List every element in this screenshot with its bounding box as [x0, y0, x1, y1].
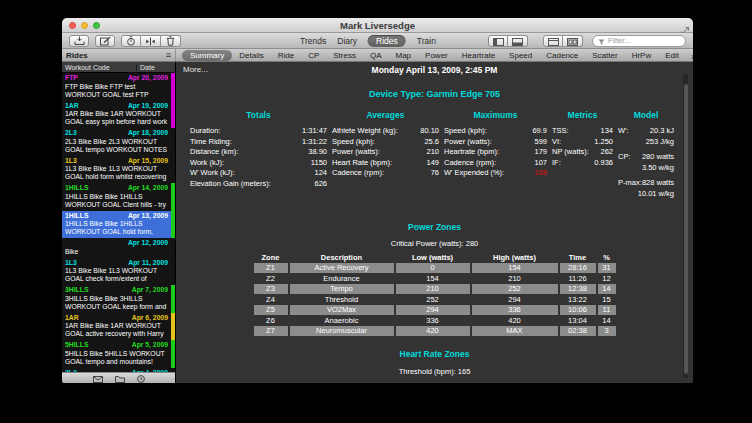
ride-list-item[interactable]: FTPApr 20, 2009FTP Bike Bike FTP test WO…	[62, 73, 175, 101]
tiled-view-button[interactable]	[563, 35, 583, 47]
stat-value: 253 J/kg	[646, 137, 674, 148]
chart-tab-summary[interactable]: Summary	[182, 50, 232, 61]
stat-value: 108	[534, 168, 547, 179]
zone-cell: Z5	[254, 305, 288, 315]
more-link[interactable]: More...	[183, 65, 208, 74]
ride-list-item[interactable]: 2L3Apr 4, 20092L3 Bike Bike 2L3 WORKOUT …	[62, 368, 175, 373]
layout-style-group	[543, 35, 583, 47]
ride-summary-panel: More... Monday April 13, 2009, 2:45 PM D…	[176, 62, 693, 383]
scrollbar-thumb[interactable]	[684, 84, 688, 374]
chart-tab-cp[interactable]: CP	[301, 51, 326, 60]
sidebar-bottom-icon	[512, 32, 523, 50]
chart-menu-icon[interactable]: ≡	[691, 52, 693, 62]
zone-column-header: Low (watts)	[396, 253, 470, 262]
ride-list-item[interactable]: 5HILLSApr 5, 20095HILLS Bike 5HILLS WORK…	[62, 340, 175, 368]
device-type: Device Type: Garmin Edge 705	[176, 89, 693, 99]
stat-row: P-max:828 watts	[618, 178, 674, 189]
zoom-button[interactable]	[93, 22, 100, 29]
ride-description: 1L3 Bike Bike 1L3 WORKOUT GOAL hold form…	[65, 165, 168, 181]
zone-row: Z1Active Recovery015428:1631	[254, 263, 616, 273]
main-scrollbar	[683, 74, 688, 378]
mode-tab-rides[interactable]: Rides	[368, 35, 406, 47]
edit-ride-button[interactable]	[95, 35, 115, 47]
hr-threshold-value: Threshold (bpm): 165	[176, 367, 693, 376]
mode-tab-trends[interactable]: Trends	[300, 36, 326, 46]
chart-tab-stress[interactable]: Stress	[326, 51, 363, 60]
chart-tab-hrpw[interactable]: HrPw	[625, 51, 659, 60]
chart-tab-heartrate[interactable]: Heartrate	[455, 51, 502, 60]
ride-description: 1AR Bike Bike 1AR WORKOUT GOAL active re…	[65, 322, 168, 338]
ride-list-item[interactable]: 1HILLSApr 13, 20091HILLS Bike Bike 1HILL…	[62, 211, 175, 239]
download-button[interactable]	[69, 35, 89, 47]
summary-column-model: ModelW':20.3 kJ253 J/kgCP:280 watts3.50 …	[618, 110, 674, 204]
zone-cell: 31	[598, 263, 616, 273]
stat-value: 280 watts	[642, 152, 674, 163]
section-title: Averages	[332, 110, 439, 120]
minimize-button[interactable]	[81, 22, 88, 29]
ride-date: Apr 13, 2009	[128, 212, 168, 221]
zone-cell: Endurance	[290, 274, 394, 284]
chart-tab-details[interactable]: Details	[232, 51, 270, 60]
summary-column-totals: TotalsDuration:1:31:47Time Riding:1:31:2…	[190, 110, 327, 204]
column-header-workout-code[interactable]: Workout Code	[62, 64, 137, 71]
chart-tab-qa[interactable]: QA	[363, 51, 389, 60]
stat-label: Power (watts):	[332, 147, 380, 158]
zone-cell: 13:04	[560, 316, 596, 326]
chart-tab-edit[interactable]: Edit	[658, 51, 686, 60]
ride-list-item[interactable]: Apr 12, 2009Bike	[62, 238, 175, 258]
ride-list-item[interactable]: 2L3Apr 18, 20092L3 Bike Bike 2L3 WORKOUT…	[62, 128, 175, 156]
main-toolbar: TrendsDiaryRidesTrain Filte	[62, 33, 693, 49]
stat-row: Work (kJ):1150	[190, 158, 327, 169]
ride-list-item[interactable]: 1ARApr 19, 20091AR Bike Bike 1AR WORKOUT…	[62, 101, 175, 129]
filter-field[interactable]: Filter...	[592, 35, 686, 47]
intervals-button[interactable]	[121, 35, 141, 47]
stat-row: IF:0.936	[552, 158, 613, 169]
zone-cell: 28:16	[560, 263, 596, 273]
zone-column-header: %	[598, 253, 616, 262]
chart-tabs: SummaryDetailsRideCPStressQAMapPowerHear…	[176, 50, 686, 61]
zone-cell: Z3	[254, 284, 288, 294]
ride-date: Apr 19, 2009	[128, 102, 168, 111]
ride-date: Apr 11, 2009	[128, 259, 168, 268]
stat-value: 124	[314, 168, 327, 179]
filter-placeholder: Filter...	[608, 36, 631, 45]
toggle-sidebar-button[interactable]	[488, 35, 508, 47]
mode-tab-train[interactable]: Train	[417, 36, 436, 46]
zone-cell: 154	[472, 263, 558, 273]
ride-list-item[interactable]: 1HILLSApr 14, 20091HILLS Bike Bike 1HILL…	[62, 183, 175, 211]
chart-tab-scatter[interactable]: Scatter	[585, 51, 624, 60]
sidebar-menu-icon[interactable]: ≡	[166, 51, 171, 60]
zone-cell: Z7	[254, 326, 288, 336]
section-title: Model	[618, 110, 674, 120]
close-button[interactable]	[69, 22, 76, 29]
chart-tab-speed[interactable]: Speed	[502, 51, 539, 60]
chart-tab-cadence[interactable]: Cadence	[539, 51, 585, 60]
delete-ride-button[interactable]	[161, 35, 181, 47]
ride-list-item[interactable]: 3HILLSApr 7, 20093HILLS Bike Bike 3HILLS…	[62, 285, 175, 313]
ride-list-item[interactable]: 1L3Apr 11, 20091L3 Bike Bike 1L3 WORKOUT…	[62, 258, 175, 286]
ride-color-bar	[171, 313, 175, 341]
toggle-bottombar-button[interactable]	[508, 35, 528, 47]
split-ride-button[interactable]	[141, 35, 161, 47]
chart-tab-power[interactable]: Power	[418, 51, 455, 60]
ride-list-item[interactable]: 1ARApr 6, 20091AR Bike Bike 1AR WORKOUT …	[62, 313, 175, 341]
ride-description: 5HILLS Bike 5HILLS WORKOUT GOAL tempo an…	[65, 350, 168, 366]
chart-tab-ride[interactable]: Ride	[271, 51, 301, 60]
ride-color-bar	[171, 285, 175, 313]
chart-tab-map[interactable]: Map	[389, 51, 419, 60]
ride-list-item[interactable]: 1L3Apr 15, 20091L3 Bike Bike 1L3 WORKOUT…	[62, 156, 175, 184]
mode-tab-diary[interactable]: Diary	[337, 36, 357, 46]
app-window: Mark Liversedge TrendsDiaryRidesTrain	[62, 18, 693, 383]
stat-row: Elevation Gain (meters):626	[190, 179, 327, 190]
column-header-date[interactable]: Date	[137, 64, 175, 71]
tabbed-view-button[interactable]	[543, 35, 563, 47]
ride-date: Apr 5, 2009	[132, 341, 168, 350]
stat-row: TSS:134	[552, 126, 613, 137]
stat-label: W' Work (kJ):	[190, 168, 235, 179]
zone-cell: Z4	[254, 295, 288, 305]
critical-power-value: Critical Power (watts): 280	[176, 239, 693, 248]
stat-row: W':20.3 kJ	[618, 126, 674, 137]
zone-cell: Z2	[254, 274, 288, 284]
zone-cell: 11:26	[560, 274, 596, 284]
stat-value: 25.6	[424, 137, 439, 148]
